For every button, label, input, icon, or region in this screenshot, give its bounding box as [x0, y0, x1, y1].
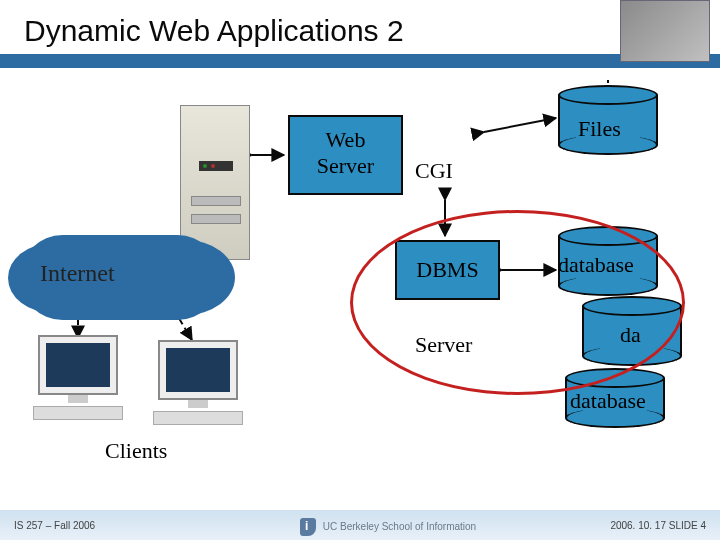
slide-title: Dynamic Web Applications 2 — [24, 14, 404, 48]
web-server-label: Web Server — [317, 127, 374, 178]
header: Dynamic Web Applications 2 — [0, 0, 720, 64]
footer: IS 257 – Fall 2006 UC Berkeley School of… — [0, 502, 720, 540]
footer-right: 2006. 10. 17 SLIDE 4 — [610, 520, 706, 531]
header-bar — [0, 54, 720, 68]
info-i-icon — [300, 518, 316, 536]
dbms-label: DBMS — [416, 257, 478, 282]
database-label-2: da — [620, 322, 641, 348]
database-label-3: database — [570, 388, 646, 414]
header-photo — [620, 0, 710, 62]
server-label: Server — [415, 332, 472, 358]
footer-logo: UC Berkeley School of Information — [300, 518, 476, 536]
svg-line-1 — [484, 118, 556, 132]
dbms-box: DBMS — [395, 240, 500, 300]
files-label: Files — [578, 116, 621, 142]
svg-line-6 — [180, 320, 192, 340]
client-pc-2-icon — [150, 340, 245, 425]
client-pc-1-icon — [30, 335, 125, 420]
cgi-label: CGI — [415, 158, 453, 184]
database-label-1: database — [558, 252, 634, 278]
web-server-box: Web Server — [288, 115, 403, 195]
footer-logo-text: UC Berkeley School of Information — [323, 521, 476, 532]
internet-label: Internet — [40, 260, 115, 287]
diagram-body: Web Server CGI Internet DBMS Server File… — [0, 80, 720, 500]
footer-left: IS 257 – Fall 2006 — [14, 520, 95, 531]
clients-label: Clients — [105, 438, 167, 464]
slide: Dynamic Web Applications 2 — [0, 0, 720, 540]
